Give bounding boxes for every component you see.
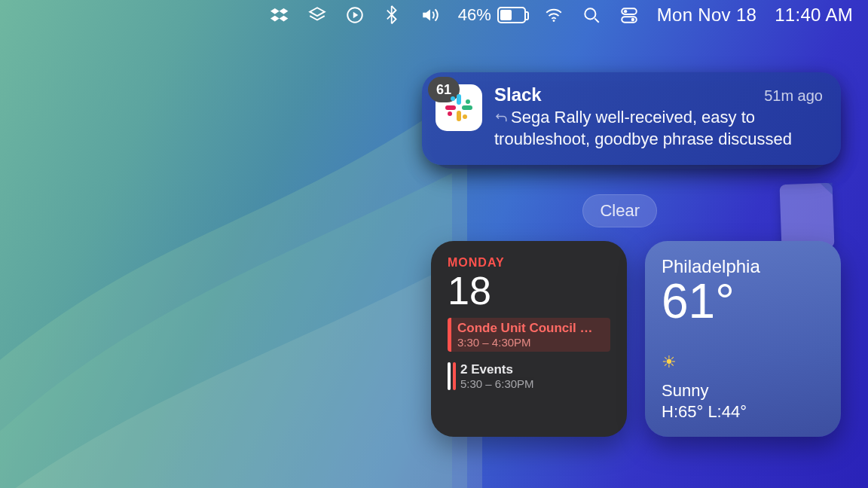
stack-icon[interactable] [307,5,327,25]
battery-icon [497,7,526,23]
svg-rect-10 [445,105,456,110]
calendar-event[interactable]: Conde Unit Council W… 3:30 – 4:30PM [448,318,610,352]
notification-app-name: Slack [494,84,542,105]
desktop-file-icon[interactable] [780,183,835,249]
notification-message: Sega Rally well-received, easy to troubl… [494,108,792,148]
dropbox-icon[interactable] [270,5,289,25]
event-color-bars [448,362,456,390]
control-center-icon[interactable] [619,5,639,25]
widget-row: MONDAY 18 Conde Unit Council W… 3:30 – 4… [431,241,841,437]
notification-card[interactable]: 61 Slack 51m ago Sega Rally well-receive… [422,72,841,165]
svg-point-11 [451,96,455,101]
event-time: 3:30 – 4:30PM [457,336,604,349]
slack-app-icon: 61 [436,84,482,131]
calendar-day-of-week: MONDAY [448,256,610,270]
svg-point-6 [631,18,634,21]
menu-bar-time[interactable]: 11:40 AM [775,5,853,26]
menu-bar: 46% Mon Nov 18 11:40 AM [0,0,868,30]
svg-point-13 [463,114,467,119]
notification-stack[interactable]: 61 Slack 51m ago Sega Rally well-receive… [422,72,841,165]
sun-icon: ☀︎ [662,352,677,372]
weather-hilo: H:65° L:44° [662,402,747,422]
event-title: Conde Unit Council W… [457,321,604,336]
event-time: 5:30 – 6:30PM [460,377,534,390]
svg-point-12 [466,99,470,104]
wifi-icon[interactable] [544,5,564,25]
svg-point-2 [585,8,595,19]
play-circle-icon[interactable] [345,5,365,25]
notification-text: Sega Rally well-received, easy to troubl… [494,107,823,150]
calendar-widget[interactable]: MONDAY 18 Conde Unit Council W… 3:30 – 4… [431,241,627,437]
weather-widget[interactable]: Philadelphia 61° ☀︎ Sunny H:65° L:44° [645,241,841,437]
bluetooth-icon[interactable] [383,5,402,25]
calendar-day-number: 18 [448,271,610,310]
svg-point-4 [624,10,627,13]
notification-age: 51m ago [764,87,823,105]
weather-temperature: 61° [662,277,824,325]
svg-rect-9 [457,111,461,121]
volume-icon[interactable] [420,5,440,25]
clear-button[interactable]: Clear [582,194,657,227]
calendar-event[interactable]: 2 Events 5:30 – 6:30PM [448,359,610,393]
search-icon[interactable] [582,5,601,25]
event-title: 2 Events [460,362,534,377]
menu-bar-date[interactable]: Mon Nov 18 [657,5,756,26]
weather-condition: Sunny [662,381,708,401]
svg-rect-8 [462,105,472,110]
battery-percent: 46% [458,5,491,25]
battery-status[interactable]: 46% [458,5,526,25]
svg-rect-7 [457,94,461,105]
svg-point-14 [448,111,452,116]
svg-point-1 [552,20,555,22]
